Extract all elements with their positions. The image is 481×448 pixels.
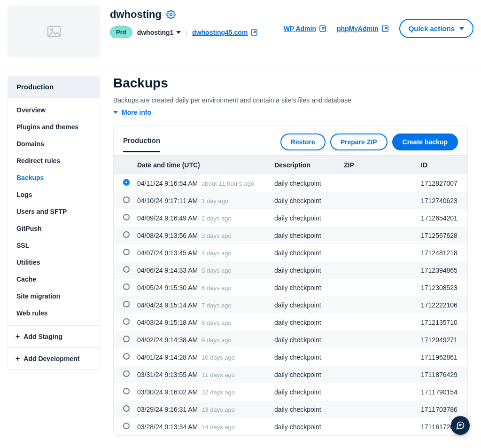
col-date: Date and time (UTC) <box>137 161 274 169</box>
table-row[interactable]: 04/03/24 9:15:18 AM 8 days agodaily chec… <box>114 314 467 331</box>
sidebar-item-cache[interactable]: Cache <box>8 271 100 288</box>
col-description: Description <box>274 161 344 169</box>
row-datetime: 03/30/24 9:16:02 AM <box>137 388 198 396</box>
phpmyadmin-link[interactable]: phpMyAdmin <box>337 25 389 32</box>
row-id: 1712827007 <box>421 180 458 187</box>
sidebar-item-plugins-and-themes[interactable]: Plugins and themes <box>8 118 100 135</box>
main-content: Backups Backups are created daily per en… <box>100 65 481 436</box>
header-title-area: dwhosting Prd dwhosting1 | dwhosting45.c… <box>110 6 274 38</box>
row-radio[interactable] <box>123 318 130 325</box>
row-radio[interactable] <box>123 231 130 238</box>
table-row[interactable]: 04/07/24 9:13:45 AM 4 days agodaily chec… <box>114 244 467 261</box>
sidebar-item-utilities[interactable]: Utilities <box>8 254 100 271</box>
row-radio[interactable] <box>123 423 130 429</box>
row-id: 1712481218 <box>421 249 458 257</box>
page-header: dwhosting Prd dwhosting1 | dwhosting45.c… <box>0 0 481 65</box>
sidebar: Production OverviewPlugins and themesDom… <box>0 65 100 436</box>
sidebar-list: OverviewPlugins and themesDomainsRedirec… <box>8 98 100 325</box>
table-row[interactable]: 04/05/24 9:15:30 AM 6 days agodaily chec… <box>114 279 467 296</box>
row-description: daily checkpoint <box>274 232 344 239</box>
table-row[interactable]: 04/04/24 9:15:14 AM 7 days agodaily chec… <box>114 296 467 314</box>
table-row[interactable]: 03/29/24 9:16:31 AM 13 days agodaily che… <box>114 401 467 418</box>
table-row[interactable]: 03/28/24 9:13:34 AM 14 days agodaily che… <box>114 418 467 435</box>
chevron-down-icon <box>113 111 118 114</box>
row-radio[interactable] <box>123 249 130 255</box>
row-radio[interactable] <box>123 336 130 342</box>
plus-icon: + <box>16 332 20 341</box>
table-row[interactable]: 04/08/24 9:13:56 AM 3 days agodaily chec… <box>114 227 467 244</box>
domain-link[interactable]: dwhosting45.com <box>192 29 258 36</box>
sidebar-item-web-rules[interactable]: Web rules <box>8 305 100 322</box>
table-row[interactable]: 04/01/24 9:14:28 AM 10 days agodaily che… <box>114 348 467 366</box>
table-row[interactable]: 04/09/24 9:16:49 AM 2 days agodaily chec… <box>114 209 467 227</box>
table-row[interactable]: 04/02/24 9:14:38 AM 9 days agodaily chec… <box>114 331 467 348</box>
row-description: daily checkpoint <box>274 423 344 431</box>
row-datetime: 04/09/24 9:16:49 AM <box>137 214 198 222</box>
wp-admin-link[interactable]: WP Admin <box>284 25 326 32</box>
row-ago: 4 days ago <box>202 250 232 257</box>
row-radio[interactable] <box>123 266 130 273</box>
table-row[interactable]: 04/11/24 9:16:54 AM about 11 hours agoda… <box>114 174 467 192</box>
row-ago: 14 days ago <box>202 424 235 431</box>
divider: | <box>186 29 187 36</box>
table-row[interactable]: 03/31/24 9:13:55 AM 11 days agodaily che… <box>114 366 467 383</box>
table-row[interactable]: 04/06/24 9:14:33 AM 5 days agodaily chec… <box>114 261 467 279</box>
table-body: 04/11/24 9:16:54 AM about 11 hours agoda… <box>114 174 467 435</box>
chat-fab[interactable] <box>451 416 470 435</box>
sidebar-item-site-migration[interactable]: Site migration <box>8 288 100 305</box>
sidebar-item-gitpush[interactable]: GitPush <box>8 220 100 237</box>
row-description: daily checkpoint <box>274 406 344 413</box>
create-backup-button[interactable]: Create backup <box>392 134 458 150</box>
env-selector[interactable]: dwhosting1 <box>137 29 181 36</box>
row-ago: 1 day ago <box>202 197 228 204</box>
add-staging-button[interactable]: + Add Staging <box>8 325 100 347</box>
table-row[interactable]: 03/30/24 9:16:02 AM 12 days agodaily che… <box>114 383 467 401</box>
row-ago: 13 days ago <box>202 406 235 413</box>
sidebar-item-overview[interactable]: Overview <box>8 102 100 118</box>
row-id: 1712049271 <box>421 336 458 344</box>
sidebar-item-backups[interactable]: Backups <box>8 169 100 186</box>
sidebar-item-logs[interactable]: Logs <box>8 186 100 203</box>
row-radio[interactable] <box>123 214 130 220</box>
row-description: daily checkpoint <box>274 284 344 291</box>
gear-icon[interactable] <box>166 10 176 19</box>
row-radio[interactable] <box>123 196 130 203</box>
sidebar-item-users-and-sftp[interactable]: Users and SFTP <box>8 203 100 220</box>
plus-icon: + <box>16 354 20 363</box>
row-radio[interactable] <box>123 388 130 394</box>
table-row[interactable]: 04/10/24 9:17:11 AM 1 day agodaily check… <box>114 192 467 209</box>
sidebar-heading: Production <box>8 76 100 98</box>
row-id: 1712308523 <box>421 284 458 291</box>
row-description: daily checkpoint <box>274 249 344 257</box>
row-ago: 12 days ago <box>202 389 235 396</box>
row-datetime: 04/01/24 9:14:28 AM <box>137 354 198 361</box>
row-radio[interactable] <box>123 405 130 412</box>
row-ago: 6 days ago <box>202 284 232 291</box>
row-description: daily checkpoint <box>274 354 344 361</box>
sidebar-item-ssl[interactable]: SSL <box>8 237 100 254</box>
row-id: 1712654201 <box>421 214 458 222</box>
table-header: Date and time (UTC) Description ZIP ID <box>114 156 467 174</box>
chat-icon <box>456 421 465 430</box>
tab-production[interactable]: Production <box>123 136 160 152</box>
sidebar-item-redirect-rules[interactable]: Redirect rules <box>8 152 100 169</box>
more-info-toggle[interactable]: More info <box>113 109 468 116</box>
row-description: daily checkpoint <box>274 267 344 274</box>
row-radio[interactable] <box>123 301 130 307</box>
row-radio[interactable] <box>123 283 130 290</box>
quick-actions-button[interactable]: Quick actions <box>399 19 473 38</box>
chevron-down-icon <box>459 27 464 30</box>
sidebar-item-domains[interactable]: Domains <box>8 135 100 152</box>
row-datetime: 03/28/24 9:13:34 AM <box>137 423 198 431</box>
row-description: daily checkpoint <box>274 388 344 396</box>
site-title: dwhosting <box>110 8 162 21</box>
row-datetime: 04/07/24 9:13:45 AM <box>137 249 198 257</box>
restore-button[interactable]: Restore <box>280 134 326 150</box>
row-radio[interactable] <box>123 179 130 186</box>
chevron-down-icon <box>176 31 181 34</box>
prepare-zip-button[interactable]: Prepare ZIP <box>330 134 388 150</box>
row-radio[interactable] <box>123 370 130 377</box>
row-datetime: 04/05/24 9:15:30 AM <box>137 284 198 291</box>
row-radio[interactable] <box>123 353 130 360</box>
add-development-button[interactable]: + Add Development <box>8 347 100 369</box>
